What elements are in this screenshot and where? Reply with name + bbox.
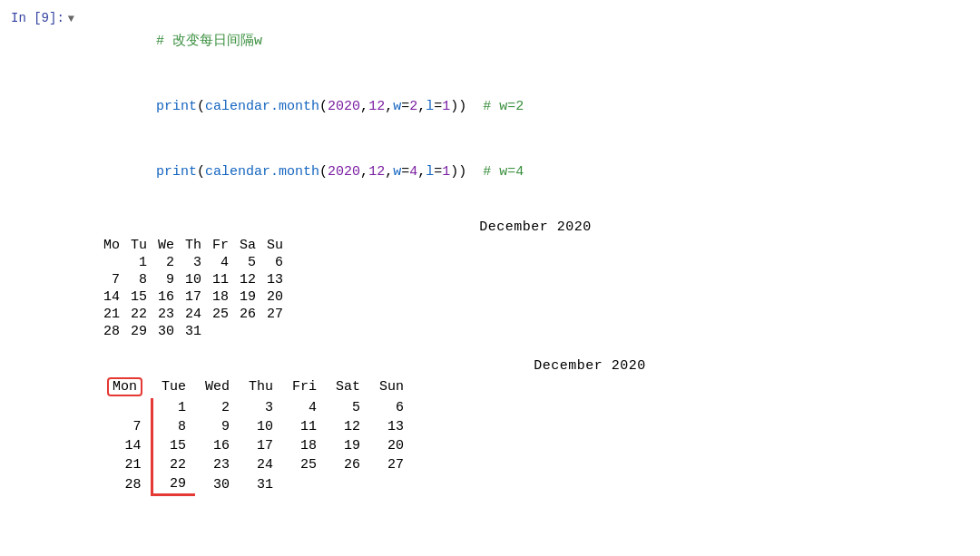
- comma-1b: ,: [385, 99, 393, 114]
- print-keyword-2: print: [156, 164, 197, 180]
- cal2-r3c2: 23: [195, 455, 239, 474]
- cal1-r4c0: 28: [98, 323, 125, 340]
- cal1-r3c5: 26: [234, 306, 261, 323]
- cal2-row-4: 28 29 30 31: [98, 474, 413, 495]
- in-label: In [9]:: [11, 11, 64, 25]
- cal2-r0c6: 6: [369, 398, 413, 417]
- param-w-1: w: [393, 99, 401, 114]
- cal2-r1c3: 10: [239, 417, 282, 436]
- eq-2b: =: [434, 164, 442, 180]
- cal1-r3c0: 21: [98, 306, 125, 323]
- cal2-title-text: December 2020: [534, 358, 646, 374]
- cal2-row-2: 14 15 16 17 18 19 20: [98, 436, 413, 455]
- cal1-r4c1: 29: [125, 323, 152, 340]
- output-block: December 2020 Mo Tu We Th Fr Sa Su 1: [91, 219, 980, 496]
- comma-2a: ,: [360, 164, 368, 180]
- cal1-row-0: 1 2 3 4 5 6: [98, 254, 289, 271]
- cal1-r1c6: 13: [261, 271, 289, 288]
- cal2-r1c5: 12: [326, 417, 369, 436]
- cal1-title: December 2020: [91, 219, 980, 235]
- paren-args-2: (: [319, 164, 328, 180]
- cal2-r2c4: 18: [282, 436, 326, 455]
- cal2-h2: Wed: [195, 376, 239, 398]
- param-l-2: l: [426, 164, 434, 180]
- arg-year-2: 2020: [328, 164, 360, 180]
- cal2-r3c0: 21: [98, 455, 152, 474]
- cal1-r1c2: 9: [152, 271, 180, 288]
- eq-2a: =: [401, 164, 409, 180]
- inline-comment-2: # w=4: [483, 164, 524, 180]
- cal1-r0c0: [98, 254, 125, 271]
- cal1-r4c4: [207, 323, 234, 340]
- cal2-r4c3: 31: [239, 474, 282, 495]
- inline-comment-1: # w=2: [483, 99, 524, 114]
- param-l-1: l: [426, 99, 434, 114]
- val-w-2: 4: [409, 164, 417, 180]
- cal1-r2c1: 15: [125, 288, 152, 306]
- cell-content: # 改变每日间隔w print(calendar.month(2020,12,w…: [82, 9, 980, 547]
- cal1-r0c2: 2: [152, 254, 180, 271]
- mon-highlight-box: Mon: [107, 377, 142, 396]
- comma-2b: ,: [385, 164, 393, 180]
- cal2-r2c2: 16: [195, 436, 239, 455]
- param-w-2: w: [393, 164, 401, 180]
- cal1-r2c6: 20: [261, 288, 289, 306]
- print-keyword-1: print: [156, 99, 197, 114]
- cal2-r4c6: [369, 474, 413, 495]
- comma-1a: ,: [360, 99, 368, 114]
- dropdown-arrow-icon[interactable]: ▼: [68, 13, 74, 25]
- comma-2c: ,: [417, 164, 426, 180]
- cal2-r3c4: 25: [282, 455, 326, 474]
- cal1-r3c4: 25: [207, 306, 234, 323]
- cal1-r0c6: 6: [261, 254, 289, 271]
- cal2-row-0: 1 2 3 4 5 6: [98, 398, 413, 417]
- cal1-r4c5: [234, 323, 261, 340]
- cal1-r1c0: 7: [98, 271, 125, 288]
- cal1-r2c2: 16: [152, 288, 180, 306]
- paren-open-1: (: [197, 99, 205, 114]
- cal2-r1c2: 9: [195, 417, 239, 436]
- paren-args-1: (: [319, 99, 328, 114]
- val-l-2: 1: [442, 164, 450, 180]
- cal1-row-4: 28 29 30 31: [98, 323, 289, 340]
- cal1-r4c6: [261, 323, 289, 340]
- cal1-h6: Su: [261, 237, 289, 254]
- arg-month-2: 12: [368, 164, 385, 180]
- close-parens-2: )): [450, 164, 483, 180]
- cal1-row-2: 14 15 16 17 18 19 20: [98, 288, 289, 306]
- eq-1b: =: [434, 99, 442, 114]
- val-l-1: 1: [442, 99, 450, 114]
- cal1-r1c4: 11: [207, 271, 234, 288]
- cal1-r1c3: 10: [180, 271, 207, 288]
- cal2-table: Mon Tue Wed Thu Fri Sat Sun 1 2 3: [98, 376, 415, 496]
- cal1-r4c2: 30: [152, 323, 180, 340]
- cal1-header-row: Mo Tu We Th Fr Sa Su: [98, 237, 289, 254]
- cal2-r2c3: 17: [239, 436, 282, 455]
- cal2-r0c3: 3: [239, 398, 282, 417]
- code-block: # 改变每日间隔w print(calendar.month(2020,12,w…: [91, 9, 980, 205]
- func-name-2: calendar.month: [205, 164, 319, 180]
- cal2-r1c1: 8: [152, 417, 195, 436]
- cal1-title-text: December 2020: [479, 219, 592, 235]
- cal2-r1c4: 11: [282, 417, 326, 436]
- code-comment-line: # 改变每日间隔w: [91, 9, 980, 74]
- cal2-row-1: 7 8 9 10 11 12 13: [98, 417, 413, 436]
- cal2-header-row: Mon Tue Wed Thu Fri Sat Sun: [98, 376, 413, 398]
- cal1-r2c0: 14: [98, 288, 125, 306]
- cal2-r3c6: 27: [369, 455, 413, 474]
- cal1-row-1: 7 8 9 10 11 12 13: [98, 271, 289, 288]
- arg-year-1: 2020: [328, 99, 360, 114]
- cal2-h4: Fri: [282, 376, 326, 398]
- cal2-r4c0: 28: [98, 474, 152, 495]
- cal2-r2c0: 14: [98, 436, 152, 455]
- cal2-r1c0: 7: [98, 417, 152, 436]
- cal1-r3c3: 24: [180, 306, 207, 323]
- cal2-r0c0: [98, 398, 152, 417]
- func-name-1: calendar.month: [205, 99, 319, 114]
- cal1-r0c1: 1: [125, 254, 152, 271]
- cal2-h5: Sat: [326, 376, 369, 398]
- cal2-r3c5: 26: [326, 455, 369, 474]
- cal1-r3c2: 23: [152, 306, 180, 323]
- cal1-r2c4: 18: [207, 288, 234, 306]
- cal2-r0c4: 4: [282, 398, 326, 417]
